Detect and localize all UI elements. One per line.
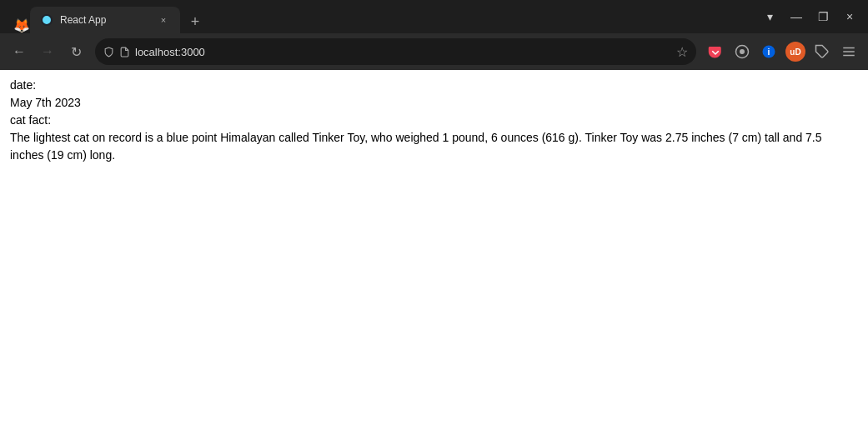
window-controls: ▾ — ❐ × — [758, 5, 861, 28]
address-bar[interactable]: localhost:3000 ☆ — [95, 38, 696, 65]
tab-title: React App — [60, 14, 150, 26]
browser-chrome: 🦊 React App × + ▾ — ❐ × ← → ↻ — [0, 0, 868, 70]
title-bar: 🦊 React App × + ▾ — ❐ × — [0, 0, 868, 33]
reload-button[interactable]: ↻ — [63, 39, 88, 64]
ublock-button[interactable]: uD — [783, 39, 808, 64]
svg-point-1 — [740, 50, 745, 54]
cat-fact-label: cat fact: — [10, 112, 858, 129]
new-tab-button[interactable]: + — [183, 10, 207, 33]
sync-button[interactable] — [730, 39, 755, 64]
date-value: May 7th 2023 — [10, 94, 858, 112]
menu-button[interactable] — [836, 39, 861, 64]
maximize-button[interactable]: ❐ — [811, 5, 835, 28]
browser-tab[interactable]: React App × — [30, 7, 180, 33]
bookmark-button[interactable]: ☆ — [676, 44, 688, 60]
page-icon — [119, 47, 130, 57]
close-window-button[interactable]: × — [838, 5, 861, 28]
minimize-button[interactable]: — — [785, 5, 808, 28]
dropdown-button[interactable]: ▾ — [758, 5, 781, 28]
address-text: localhost:3000 — [135, 46, 671, 58]
forward-button[interactable]: → — [35, 39, 60, 64]
navigation-bar: ← → ↻ localhost:3000 ☆ — [0, 33, 868, 70]
back-button[interactable]: ← — [7, 39, 32, 64]
tab-favicon — [40, 13, 53, 27]
info-button[interactable]: i — [756, 39, 781, 64]
date-label: date: — [10, 77, 858, 94]
svg-text:i: i — [768, 47, 770, 57]
firefox-logo: 🦊 — [13, 17, 30, 33]
cat-fact-value: The lightest cat on record is a blue poi… — [10, 129, 858, 164]
page-content: date: May 7th 2023 cat fact: The lightes… — [0, 70, 868, 439]
react-favicon — [41, 14, 53, 26]
security-icon — [103, 47, 114, 57]
pocket-button[interactable] — [703, 39, 728, 64]
extensions-button[interactable] — [810, 39, 835, 64]
toolbar-icons: i uD — [703, 39, 861, 64]
ublock-badge: uD — [785, 42, 805, 62]
tab-bar: 🦊 React App × + — [7, 0, 758, 33]
tab-close-button[interactable]: × — [157, 13, 170, 27]
